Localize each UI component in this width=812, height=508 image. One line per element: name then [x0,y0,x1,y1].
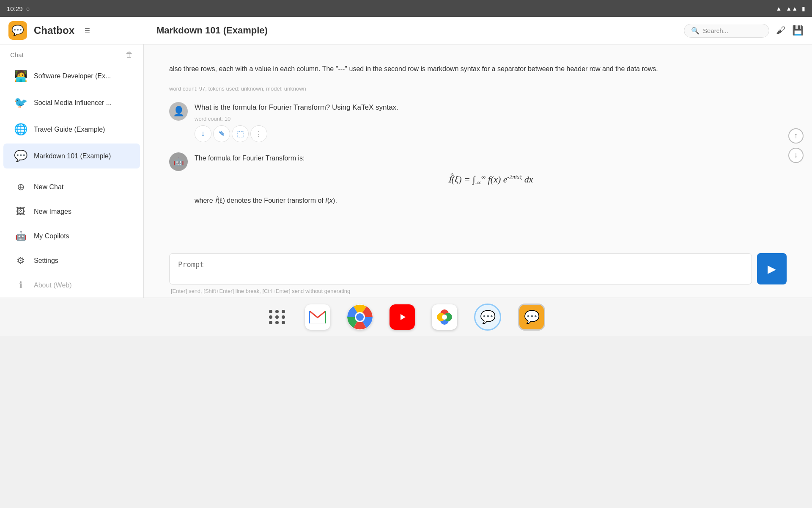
gmail-svg [309,311,326,323]
dock-apps-grid[interactable] [267,306,288,328]
edit-action-btn[interactable]: ✎ [213,125,230,142]
sidebar-action-new-images[interactable]: 🖼 New Images [3,200,140,223]
copy-action-btn[interactable]: ⬚ [232,125,249,142]
dock-chatbox[interactable]: 💬 [518,304,545,331]
sidebar-action-my-copilots[interactable]: 🤖 My Copilots [3,225,140,248]
chat-messages: also three rows, each with a value in ea… [144,44,812,246]
more-action-btn[interactable]: ⋮ [250,125,267,142]
chat-messages-wrapper: also three rows, each with a value in ea… [144,44,812,246]
about-label: About (Web) [34,282,72,289]
new-images-icon: 🖼 [14,206,28,217]
dot-8 [275,321,279,324]
app-logo: 💬 [8,21,27,40]
sidebar: Chat 🗑 🧑‍💻 Software Developer (Ex... 🐦 S… [0,44,144,298]
social-media-icon: 🐦 [14,96,28,109]
status-time: 10:29 [7,5,23,12]
message-actions: ↓ ✎ ⬚ ⋮ [195,125,787,142]
dot-6 [282,315,285,319]
travel-guide-label: Travel Guide (Example) [34,126,105,133]
sidebar-action-settings[interactable]: ⚙ Settings [3,249,140,272]
logo-icon: 💬 [11,25,24,36]
app-title: Chatbox [34,25,74,36]
user-avatar: 👤 [169,102,188,121]
sidebar-item-software-developer[interactable]: 🧑‍💻 Software Developer (Ex... [3,64,140,88]
ai-formula-message-block: 🤖 The formula for Fourier Transform is: … [169,152,787,207]
input-row: ▶ [169,253,787,284]
brush-icon[interactable]: 🖌 [776,25,785,36]
bot-avatar-icon: 🤖 [173,157,184,167]
sidebar-item-travel-guide[interactable]: 🌐 Travel Guide (Example) [3,117,140,142]
new-chat-icon: ⊕ [14,182,28,193]
dock-gmail[interactable] [305,304,330,330]
svg-point-5 [356,313,364,321]
formula-text: f̂(ξ) = ∫-∞∞ f(x) e-2πixξ dx [448,174,533,185]
battery-icon: ▮ [802,5,805,12]
markdown-label: Markdown 101 (Example) [34,152,111,160]
ai-top-message-block: also three rows, each with a value in ea… [169,55,787,92]
sidebar-action-about[interactable]: ℹ About (Web) [3,274,140,297]
header-center: Markdown 101 (Example) [152,25,684,36]
sidebar-divider-1 [7,172,137,172]
formula-container: f̂(ξ) = ∫-∞∞ f(x) e-2πixξ dx [195,164,787,195]
ai-top-message-meta: word count: 97, tokens used: unknown, mo… [169,86,787,92]
settings-label: Settings [34,257,58,265]
dot-5 [275,315,279,319]
ai-where-text: where f̂(ξ) denotes the Fourier transfor… [195,195,787,206]
dock-youtube[interactable] [390,304,415,330]
scroll-up-btn[interactable]: ↑ [788,128,804,144]
my-copilots-icon: 🤖 [14,231,28,242]
download-action-btn[interactable]: ↓ [195,125,211,142]
search-box[interactable]: 🔍 [684,24,769,38]
new-chat-label: New Chat [34,183,63,191]
send-button[interactable]: ▶ [757,253,787,284]
dot-7 [269,321,272,324]
body-area: Chat 🗑 🧑‍💻 Software Developer (Ex... 🐦 S… [0,44,812,298]
sidebar-section-label: Chat 🗑 [0,44,143,63]
menu-icon[interactable]: ≡ [85,25,90,36]
delete-icon[interactable]: 🗑 [126,50,133,59]
user-message-content: What is the formula for Fourier Transfor… [195,102,787,142]
input-hint: [Enter] send, [Shift+Enter] line break, … [169,288,787,294]
dock-photos[interactable] [432,304,457,330]
dot-grid [269,310,286,324]
user-message-block: 👤 What is the formula for Fourier Transf… [169,102,787,142]
youtube-svg [394,311,410,323]
user-message-text: What is the formula for Fourier Transfor… [195,102,787,113]
dot-2 [275,310,279,313]
photos-svg [435,308,454,326]
search-input[interactable] [703,27,762,34]
markdown-icon: 💬 [14,149,28,163]
bot-avatar: 🤖 [169,152,188,171]
scroll-down-btn[interactable]: ↓ [788,148,804,163]
user-message-meta: word count: 10 [195,116,787,122]
header-left: 💬 Chatbox ≡ [8,21,152,40]
wifi-icon: ▲ [776,5,782,12]
sidebar-action-new-chat[interactable]: ⊕ New Chat [3,176,140,199]
ai-top-message-text: also three rows, each with a value in ea… [169,55,787,83]
user-message-row: 👤 What is the formula for Fourier Transf… [169,102,787,142]
save-icon[interactable]: 💾 [792,25,804,36]
chat-section-text: Chat [10,51,24,58]
app-header: 💬 Chatbox ≡ Markdown 101 (Example) 🔍 🖌 💾 [0,17,812,44]
bottom-dock: 💬 💬 [0,298,812,336]
chat-title: Markdown 101 (Example) [156,25,268,36]
dock-chrome[interactable] [347,304,373,330]
chat-input-area: ▶ [Enter] send, [Shift+Enter] line break… [144,246,812,298]
chatbox-dock-icon: 💬 [524,309,540,324]
search-icon: 🔍 [691,27,700,35]
dot-1 [269,310,272,313]
travel-guide-icon: 🌐 [14,123,28,136]
prompt-input[interactable] [169,253,752,284]
sidebar-item-social-media[interactable]: 🐦 Social Media Influencer ... [3,90,140,115]
about-icon: ℹ [14,280,28,291]
chat-content: also three rows, each with a value in ea… [144,44,812,298]
send-icon: ▶ [768,262,776,276]
status-right: ▲ ▲▲ ▮ [776,5,805,12]
header-right: 🔍 🖌 💾 [684,24,804,38]
dock-messages[interactable]: 💬 [474,304,501,331]
sidebar-item-markdown[interactable]: 💬 Markdown 101 (Example) [3,144,140,168]
messages-icon-symbol: 💬 [480,309,496,324]
ai-message-body: The formula for Fourier Transform is: f̂… [195,152,787,207]
status-bar: 10:29 ○ ▲ ▲▲ ▮ [0,0,812,17]
user-avatar-icon: 👤 [173,106,184,117]
